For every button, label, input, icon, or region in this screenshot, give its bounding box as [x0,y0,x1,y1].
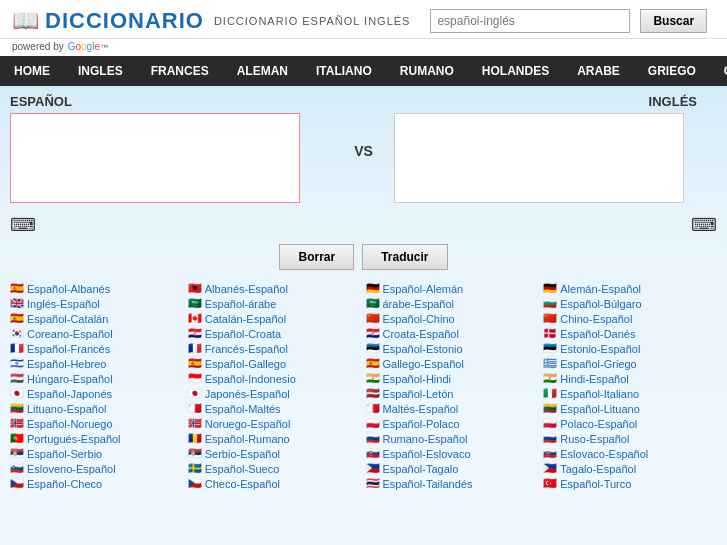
nav-item-contact[interactable]: CONTACT [710,56,727,86]
dict-link[interactable]: 🇫🇷Español-Francés [10,342,184,355]
dict-link[interactable]: 🇫🇷Francés-Español [188,342,362,355]
dict-link[interactable]: 🇷🇺Ruso-Español [543,432,717,445]
nav-item-italiano[interactable]: ITALIANO [302,56,386,86]
dict-link[interactable]: 🇸🇦Español-árabe [188,297,362,310]
dict-link-text: Eslovaco-Español [560,448,648,460]
flag-icon: 🇮🇳 [366,372,380,385]
search-input[interactable] [430,9,630,33]
flag-icon: 🇷🇺 [366,432,380,445]
dict-link[interactable]: 🇨🇳Chino-Español [543,312,717,325]
dict-link[interactable]: 🇨🇦Catalán-Español [188,312,362,325]
dict-link-text: Español-Noruego [27,418,113,430]
flag-icon: 🇪🇸 [10,312,24,325]
dict-link[interactable]: 🇸🇰Eslovaco-Español [543,447,717,460]
dict-link[interactable]: 🇪🇸Español-Catalán [10,312,184,325]
flag-icon: 🇸🇪 [188,462,202,475]
dict-link[interactable]: 🇦🇱Albanés-Español [188,282,362,295]
dict-link[interactable]: 🇨🇳Español-Chino [366,312,540,325]
powered-by-bar: powered by Google™ [0,39,727,56]
dict-link-text: Español-Croata [205,328,281,340]
dict-link[interactable]: 🇸🇦árabe-Español [366,297,540,310]
flag-icon: 🇱🇻 [366,387,380,400]
dict-link[interactable]: 🇵🇱Español-Polaco [366,417,540,430]
keyboard-row: ⌨ ⌨ [10,214,717,240]
source-textarea[interactable] [10,113,300,203]
nav-item-rumano[interactable]: RUMANO [386,56,468,86]
dict-link[interactable]: 🇩🇪Alemán-Español [543,282,717,295]
dict-link[interactable]: 🇱🇹Lituano-Español [10,402,184,415]
dict-link[interactable]: 🇱🇻Español-Letón [366,387,540,400]
vs-label: VS [334,113,394,159]
dict-link[interactable]: 🇵🇱Polaco-Español [543,417,717,430]
dict-link[interactable]: 🇸🇮Esloveno-Español [10,462,184,475]
flag-icon: 🇨🇳 [366,312,380,325]
dict-link[interactable]: 🇮🇳Hindi-Español [543,372,717,385]
flag-icon: 🇳🇴 [10,417,24,430]
flag-icon: 🇷🇸 [188,447,202,460]
dict-link[interactable]: 🇹🇭Español-Tailandés [366,477,540,490]
dict-link[interactable]: 🇭🇺Húngaro-Español [10,372,184,385]
dict-link[interactable]: 🇪🇪Estonio-Español [543,342,717,355]
dict-link[interactable]: 🇯🇵Español-Japonés [10,387,184,400]
dict-link[interactable]: 🇵🇹Portugués-Español [10,432,184,445]
dict-link-text: Español-Tailandés [383,478,473,490]
dict-link[interactable]: 🇬🇷Español-Griego [543,357,717,370]
nav-item-ingles[interactable]: INGLES [64,56,137,86]
dict-link-text: Checo-Español [205,478,280,490]
dict-link[interactable]: 🇵🇭Español-Tagalo [366,462,540,475]
dict-link[interactable]: 🇲🇹Español-Maltés [188,402,362,415]
dict-link[interactable]: 🇪🇸Español-Gallego [188,357,362,370]
dict-link[interactable]: 🇨🇿Checo-Español [188,477,362,490]
dict-link[interactable]: 🇧🇬Español-Búlgaro [543,297,717,310]
target-textarea[interactable] [394,113,684,203]
dict-link[interactable]: 🇳🇴Noruego-Español [188,417,362,430]
dict-link[interactable]: 🇳🇴Español-Noruego [10,417,184,430]
dict-link[interactable]: 🇭🇷Español-Croata [188,327,362,340]
flag-icon: 🇸🇰 [366,447,380,460]
nav-item-holandes[interactable]: HOLANDES [468,56,563,86]
dict-link[interactable]: 🇩🇰Español-Danés [543,327,717,340]
dict-link-text: Español-Rumano [205,433,290,445]
target-section [394,113,718,206]
action-buttons: Borrar Traducir [10,244,717,270]
dict-link[interactable]: 🇲🇹Maltés-Español [366,402,540,415]
dict-link[interactable]: 🇭🇷Croata-Español [366,327,540,340]
dict-link[interactable]: 🇹🇷Español-Turco [543,477,717,490]
dict-link[interactable]: 🇨🇿Español-Checo [10,477,184,490]
nav-item-home[interactable]: HOME [0,56,64,86]
traducir-button[interactable]: Traducir [362,244,447,270]
dict-link[interactable]: 🇮🇳Español-Hindi [366,372,540,385]
dict-link[interactable]: 🇷🇺Rumano-Español [366,432,540,445]
dict-link-text: Español-Estonio [383,343,463,355]
nav-item-griego[interactable]: GRIEGO [634,56,710,86]
flag-icon: 🇸🇦 [188,297,202,310]
dict-link-text: Español-Maltés [205,403,281,415]
flag-icon: 🇲🇹 [188,402,202,415]
flag-icon: 🇨🇦 [188,312,202,325]
borrar-button[interactable]: Borrar [279,244,354,270]
dict-link[interactable]: 🇸🇰Español-Eslovaco [366,447,540,460]
nav-item-arabe[interactable]: ARABE [563,56,634,86]
dict-link[interactable]: 🇸🇪Español-Sueco [188,462,362,475]
dict-link[interactable]: 🇮🇹Español-Italiano [543,387,717,400]
search-button[interactable]: Buscar [640,9,707,33]
dict-link[interactable]: 🇷🇸Serbio-Español [188,447,362,460]
dict-link[interactable]: 🇬🇧Inglés-Español [10,297,184,310]
dict-link[interactable]: 🇪🇸Gallego-Español [366,357,540,370]
dictionary-grid: 🇪🇸Español-Albanés🇬🇧Inglés-Español🇪🇸Españ… [10,282,717,490]
dict-link[interactable]: 🇰🇷Coreano-Español [10,327,184,340]
dict-link[interactable]: 🇩🇪Español-Alemán [366,282,540,295]
dict-link[interactable]: 🇯🇵Japonés-Español [188,387,362,400]
dict-link[interactable]: 🇷🇸Español-Serbio [10,447,184,460]
dict-link[interactable]: 🇪🇸Español-Albanés [10,282,184,295]
dict-link-text: Coreano-Español [27,328,113,340]
dict-link[interactable]: 🇵🇭Tagalo-Español [543,462,717,475]
dict-link[interactable]: 🇮🇱Español-Hebreo [10,357,184,370]
dict-link[interactable]: 🇪🇪Español-Estonio [366,342,540,355]
nav-item-aleman[interactable]: ALEMAN [223,56,302,86]
nav-item-frances[interactable]: FRANCES [137,56,223,86]
dict-link[interactable]: 🇷🇴Español-Rumano [188,432,362,445]
dict-link-text: Español-Catalán [27,313,108,325]
dict-link[interactable]: 🇱🇹Español-Lituano [543,402,717,415]
dict-link[interactable]: 🇮🇩Español-Indonesio [188,372,362,385]
